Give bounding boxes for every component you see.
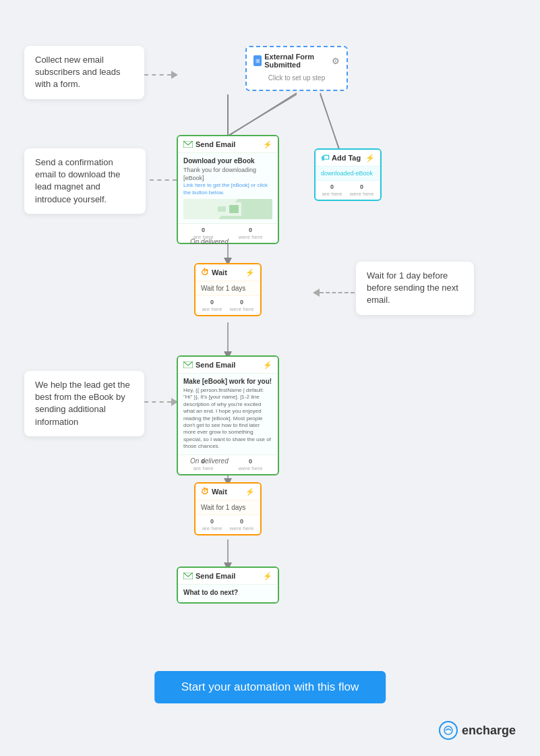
- tag-node[interactable]: 🏷 Add Tag ⚡ downloaded-eBook 0 are here …: [314, 148, 382, 201]
- on-delivered-label-1: On delivered: [190, 238, 229, 245]
- svg-rect-5: [229, 205, 239, 213]
- tooltip-help-lead: We help the lead get the best from the e…: [24, 371, 144, 436]
- email-icon-2: [183, 360, 193, 370]
- on-delivered-label-2: On delivered: [190, 457, 229, 465]
- lightning-icon-wait1: ⚡: [245, 268, 255, 277]
- svg-point-8: [444, 726, 452, 734]
- lightning-teal-icon: ⚡: [365, 154, 375, 163]
- wait-icon-2: ⏱: [201, 487, 209, 496]
- svg-line-0: [229, 94, 297, 135]
- wait-icon-1: ⏱: [201, 268, 209, 277]
- lightning-icon-3: ⚡: [263, 572, 272, 581]
- wait1-node[interactable]: ⏱ Wait ⚡ Wait for 1 days 0 are here 0 we…: [194, 263, 262, 316]
- tooltip-confirmation: Send a confirmation email to download th…: [24, 148, 146, 214]
- start-automation-button[interactable]: Start your automation with this flow: [154, 671, 386, 703]
- canvas: Collect new email subscribers and leads …: [0, 0, 540, 756]
- email1-node[interactable]: Send Email ⚡ Download your eBook Thank y…: [177, 135, 279, 244]
- settings-icon[interactable]: ⚙: [332, 55, 340, 66]
- logo-circle: [439, 721, 458, 740]
- encharge-logo: encharge: [439, 721, 516, 740]
- email-preview-img: [183, 199, 272, 219]
- email3-node[interactable]: Send Email ⚡ What to do next?: [177, 566, 279, 604]
- tooltip-collect: Collect new email subscribers and leads …: [24, 46, 144, 99]
- lightning-icon-wait2: ⚡: [245, 488, 255, 496]
- svg-line-1: [320, 94, 339, 148]
- wait2-node[interactable]: ⏱ Wait ⚡ Wait for 1 days 0 are here 0 we…: [194, 482, 262, 535]
- email-icon-1: [183, 140, 193, 149]
- email-icon-3: [183, 571, 193, 581]
- lightning-icon-2: ⚡: [263, 361, 272, 370]
- tooltip-wait1: Wait for 1 day before before sending the…: [356, 262, 474, 315]
- trigger-node[interactable]: ⊞ External Form Submitted ⚙ Click to set…: [245, 46, 348, 91]
- form-icon: ⊞: [253, 55, 262, 66]
- lightning-icon-1: ⚡: [263, 140, 272, 149]
- tag-icon: 🏷: [321, 153, 329, 163]
- svg-rect-4: [218, 206, 226, 212]
